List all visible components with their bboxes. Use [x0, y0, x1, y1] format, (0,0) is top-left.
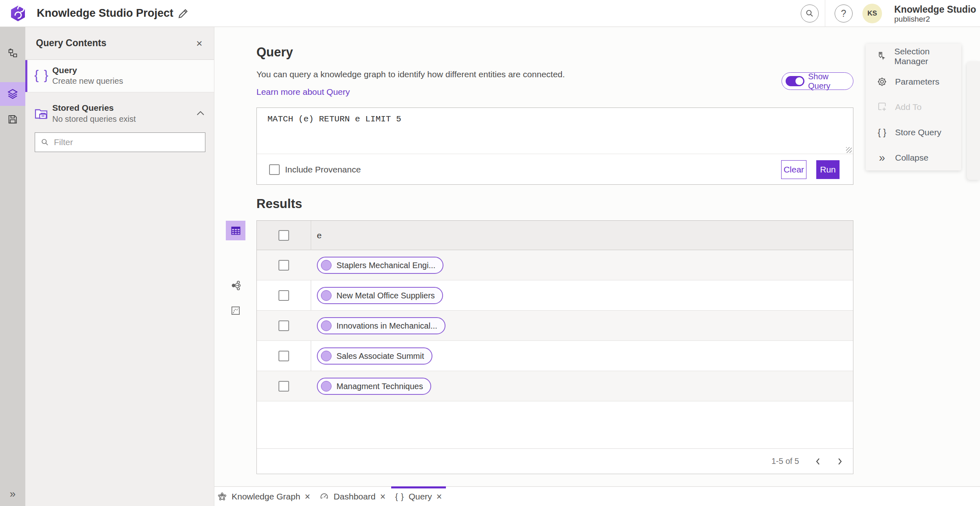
- row-checkbox[interactable]: [278, 320, 289, 331]
- folder-icon: [34, 106, 50, 121]
- close-tab-icon[interactable]: ×: [305, 491, 310, 502]
- next-page-button[interactable]: [833, 454, 847, 469]
- tab-dashboard[interactable]: Dashboard ×: [318, 487, 386, 506]
- row-checkbox[interactable]: [278, 290, 289, 301]
- prev-page-button[interactable]: [811, 454, 825, 469]
- table-row[interactable]: Innovations in Mechanical...: [257, 311, 853, 341]
- learn-more-link[interactable]: Learn more about Query: [256, 87, 350, 97]
- add-to-icon: [876, 101, 888, 113]
- menu-item-add-to: Add To: [866, 94, 961, 120]
- entity-pill[interactable]: New Metal Office Suppliers: [317, 287, 443, 304]
- menu-item-label: Store Query: [895, 128, 941, 137]
- menu-item-label: Selection Manager: [894, 47, 961, 66]
- entity-dot-icon: [321, 381, 332, 392]
- row-checkbox[interactable]: [278, 381, 289, 392]
- tab-knowledge-graph[interactable]: Knowledge Graph ×: [217, 487, 310, 506]
- panel-item-stored-queries[interactable]: Stored Queries No stored queries exist: [25, 97, 214, 135]
- include-provenance-checkbox[interactable]: [269, 164, 280, 175]
- chevron-up-icon[interactable]: [196, 110, 205, 116]
- menu-item-store-query[interactable]: { } Store Query: [866, 120, 961, 145]
- query-box-footer: Include Provenance Clear Run: [257, 154, 853, 185]
- menu-item-label: Add To: [895, 102, 922, 112]
- entity-pill[interactable]: Managment Techniques: [317, 378, 431, 395]
- table-pagination: 1-5 of 5: [257, 448, 853, 474]
- top-bar: Knowledge Studio Project ? KS Knowledge …: [0, 0, 980, 27]
- entity-pill[interactable]: Staplers Mechanical Engi...: [317, 257, 443, 274]
- entity-label: Sales Associate Summit: [336, 352, 424, 361]
- entity-dot-icon: [321, 351, 332, 361]
- project-title: Knowledge Studio Project: [37, 7, 174, 20]
- collapsed-panel-edge[interactable]: [967, 61, 980, 180]
- panel-item-query[interactable]: { } Query Create new queries: [25, 60, 214, 92]
- row-checkbox[interactable]: [278, 260, 289, 271]
- selection-manager-icon: [876, 51, 887, 62]
- results-title: Results: [256, 197, 302, 211]
- edit-title-pencil-icon[interactable]: [176, 7, 189, 20]
- braces-icon: { }: [34, 67, 49, 83]
- show-query-toggle[interactable]: Show Query: [782, 72, 853, 90]
- query-textarea[interactable]: MATCH (e) RETURN e LIMIT 5: [257, 108, 853, 153]
- entity-dot-icon: [321, 320, 332, 331]
- menu-item-parameters[interactable]: Parameters: [866, 69, 961, 94]
- rail-item-save[interactable]: [0, 107, 25, 131]
- filter-field: [35, 132, 205, 152]
- table-row[interactable]: Sales Associate Summit: [257, 341, 853, 371]
- menu-item-label: Parameters: [895, 77, 940, 87]
- save-icon: [7, 114, 18, 125]
- tab-query[interactable]: { } Query ×: [391, 487, 446, 506]
- table-header-row: e: [257, 221, 853, 250]
- menu-item-collapse[interactable]: » Collapse: [866, 145, 961, 170]
- rail-item-layers[interactable]: [0, 82, 25, 106]
- entity-label: Staplers Mechanical Engi...: [336, 261, 435, 270]
- dashboard-gauge-icon: [319, 492, 329, 502]
- tab-label: Query: [409, 492, 432, 502]
- panel-item-title: Query: [52, 65, 77, 75]
- close-tab-icon[interactable]: ×: [380, 491, 385, 502]
- account-menu[interactable]: Knowledge Studio publisher2: [894, 4, 976, 24]
- toggle-track[interactable]: [786, 76, 804, 86]
- close-icon: ×: [196, 37, 202, 50]
- filter-input[interactable]: [54, 137, 205, 147]
- entity-dot-icon: [321, 260, 332, 271]
- select-all-checkbox[interactable]: [278, 230, 289, 241]
- entity-pill[interactable]: Innovations in Mechanical...: [317, 317, 445, 334]
- expand-rail-button[interactable]: »: [0, 485, 25, 503]
- link-chart-icon: [230, 280, 241, 291]
- panel-item-subtitle: Create new queries: [52, 76, 123, 86]
- double-chevron-right-icon: »: [10, 488, 16, 500]
- table-view-button[interactable]: [226, 221, 245, 240]
- app-logo-icon[interactable]: [10, 5, 26, 22]
- panel-close-button[interactable]: ×: [192, 36, 207, 51]
- right-tool-menu: Selection Manager Parameters Add To { } …: [866, 44, 961, 170]
- run-button[interactable]: Run: [816, 160, 840, 179]
- close-tab-icon[interactable]: ×: [437, 491, 442, 502]
- left-icon-rail: »: [0, 27, 25, 506]
- avatar[interactable]: KS: [862, 4, 882, 23]
- include-provenance-label: Include Provenance: [285, 165, 361, 175]
- row-checkbox[interactable]: [278, 351, 289, 361]
- bottom-tab-bar: Knowledge Graph × Dashboard × { } Query …: [214, 486, 980, 506]
- entity-pill[interactable]: Sales Associate Summit: [317, 347, 432, 365]
- textarea-resize-handle[interactable]: [846, 147, 852, 153]
- search-button[interactable]: [801, 4, 819, 22]
- double-chevron-right-icon: »: [876, 154, 888, 162]
- link-chart-view-button[interactable]: [226, 275, 245, 295]
- avatar-initials: KS: [867, 9, 877, 18]
- clear-button[interactable]: Clear: [781, 160, 806, 179]
- table-row[interactable]: Managment Techniques: [257, 371, 853, 401]
- entity-label: Innovations in Mechanical...: [336, 321, 437, 331]
- search-icon: [805, 9, 814, 18]
- help-button[interactable]: ?: [835, 4, 853, 22]
- panel-title: Query Contents: [36, 38, 107, 49]
- table-icon: [230, 225, 241, 236]
- table-row[interactable]: Staplers Mechanical Engi...: [257, 250, 853, 280]
- query-contents-panel: Query Contents × { } Query Create new qu…: [25, 27, 214, 506]
- map-view-button[interactable]: [226, 301, 245, 320]
- pagination-range: 1-5 of 5: [771, 457, 799, 466]
- menu-item-selection-manager[interactable]: Selection Manager: [866, 44, 961, 69]
- topbar-divider: [825, 0, 825, 27]
- rail-item-data-model[interactable]: [0, 42, 25, 65]
- entity-label: New Metal Office Suppliers: [336, 291, 435, 300]
- table-row[interactable]: New Metal Office Suppliers: [257, 280, 853, 311]
- main-content: Query You can query a knowledge graph to…: [214, 27, 980, 486]
